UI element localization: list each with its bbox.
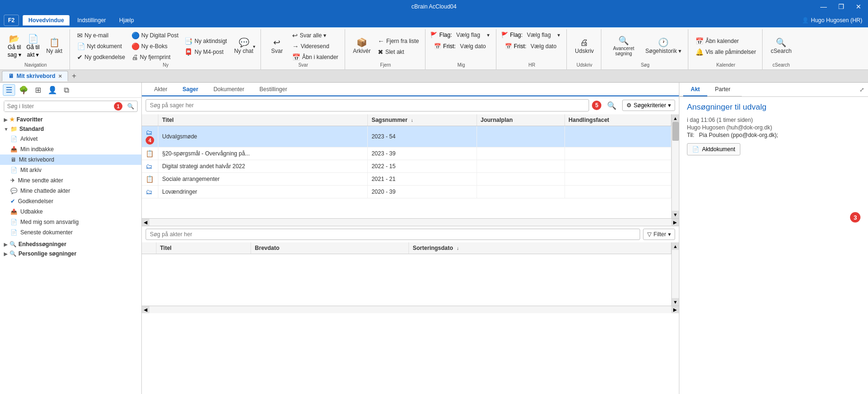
akter-h-scroll-track[interactable] — [149, 306, 671, 313]
nyt-dokument-button[interactable]: 📄 Nyt dokument — [75, 41, 128, 51]
sidebar-item-personlige-soegninger[interactable]: ▶ 🔍 Personlige søgninger — [0, 249, 141, 258]
tab-akter[interactable]: Akter — [147, 83, 175, 96]
akter-scroll-down[interactable]: ▼ — [672, 298, 679, 306]
sidebar-item-seneste-dokumenter[interactable]: 📄 Seneste dokumenter — [0, 227, 141, 238]
sidebar-item-mit-skrivebord[interactable]: 🖥 Mit skrivebord — [0, 154, 141, 165]
sager-h-scroll-right[interactable]: ▶ — [671, 219, 679, 226]
sager-scroll-thumb[interactable] — [672, 122, 679, 141]
akter-scroll-up[interactable]: ▲ — [672, 242, 679, 250]
tab-bestillinger[interactable]: Bestillinger — [252, 83, 295, 96]
sidebar-item-med-mig-som-ansvarlig[interactable]: 📄 Med mig som ansvarlig — [0, 217, 141, 227]
hr-vaelg-flag-button[interactable]: Vælg flag — [524, 30, 553, 40]
sager-col-journalplan[interactable]: Journalplan — [477, 114, 564, 126]
svar-button[interactable]: ↩ Svar — [266, 35, 288, 57]
sidebar-view-tree-btn[interactable]: 🌳 — [16, 84, 31, 96]
akter-col-titel[interactable]: Titel — [156, 242, 251, 254]
akter-scroll-track[interactable] — [672, 250, 679, 298]
sidebar-item-udbakke[interactable]: 📤 Udbakke — [0, 206, 141, 217]
ny-chat-button[interactable]: 💬 Ny chat ▾ — [231, 35, 257, 57]
akter-h-scroll-left[interactable]: ◀ — [142, 306, 149, 313]
sidebar-view-person-btn[interactable]: 👤 — [45, 84, 60, 96]
sager-h-scroll-left[interactable]: ◀ — [142, 219, 149, 226]
tab-dokumenter[interactable]: Dokumenter — [206, 83, 252, 96]
akter-col-brevdato[interactable]: Brevdato — [251, 242, 409, 254]
ny-godkendelse-button[interactable]: ✔ Ny godkendelse — [75, 52, 128, 62]
sidebar-item-min-indbakke[interactable]: 📥 Min indbakke — [0, 144, 141, 154]
akter-col-sorteringsdato[interactable]: Sorteringsdato ↓ — [409, 242, 671, 254]
sidebar-search-input[interactable] — [4, 101, 112, 111]
right-tab-akt[interactable]: Akt — [683, 83, 707, 96]
add-workspace-tab-button[interactable]: + — [69, 71, 79, 81]
workspace-tab-close[interactable]: ✕ — [58, 74, 62, 79]
sager-table-row[interactable]: 📋 Sociale arrangementer 2021 - 21 — [142, 173, 671, 186]
ny-m4-post-button[interactable]: 📮 Ny M4-post — [182, 47, 229, 57]
mig-vaelg-dato-button[interactable]: Vælg dato — [458, 42, 488, 51]
close-btn[interactable]: ✕ — [853, 2, 864, 11]
hr-flag-dropdown[interactable]: ▾ — [555, 31, 563, 40]
menu-tab-indstillinger[interactable]: Indstillinger — [71, 15, 112, 26]
tab-sager[interactable]: Sager — [175, 83, 206, 96]
sager-col-handlingsfacet[interactable]: Handlingsfacet — [564, 114, 671, 126]
sager-h-scroll-track[interactable] — [149, 219, 671, 226]
vis-alle-pamindelser-button[interactable]: 🔔 Vis alle påmindelser — [693, 47, 758, 57]
sogekriterier-button[interactable]: ⚙ Søgekriterier ▾ — [622, 100, 675, 111]
workspace-tab-mit-skrivebord[interactable]: 🖥 Mit skrivebord ✕ — [2, 71, 68, 81]
svar-alle-button[interactable]: ↩ Svar alle ▾ — [290, 30, 341, 41]
restore-btn[interactable]: ❐ — [835, 2, 847, 11]
ny-eboks-button[interactable]: 🔴 Ny e-Boks — [129, 41, 181, 51]
sager-search-button[interactable]: 🔍 — [604, 100, 619, 111]
sager-table-row[interactable]: 📋 §20-spørgsmål - Overvågning på... 2023… — [142, 147, 671, 160]
sidebar-item-standard[interactable]: ▼ 📁 Standard — [0, 124, 141, 134]
sager-col-sagsnummer[interactable]: Sagsnummer ↓ — [367, 114, 477, 126]
sager-table-row[interactable]: 🗂 Digital strategi andet halvår 2022 202… — [142, 160, 671, 173]
hr-vaelg-dato-button[interactable]: Vælg dato — [528, 42, 559, 51]
sager-scroll-down[interactable]: ▼ — [672, 211, 679, 218]
csearch-button[interactable]: 🔍 cSearch — [767, 35, 795, 57]
ny-digital-post-button[interactable]: 🔵 Ny Digital Post — [129, 30, 181, 41]
sogehistorik-button[interactable]: 🕐 Søgehistorik ▾ — [642, 36, 684, 56]
sidebar-view-copy-btn[interactable]: ⧉ — [61, 85, 72, 96]
sidebar-item-arkivet[interactable]: 📄 Arkivet — [0, 134, 141, 144]
sidebar-search-button[interactable]: 🔍 — [124, 102, 137, 111]
sager-scroll-track[interactable] — [672, 122, 679, 211]
sager-search-input[interactable] — [146, 99, 589, 111]
sidebar-view-card-btn[interactable]: ⊞ — [32, 84, 44, 96]
sager-scrollbar[interactable]: ▲ ▼ — [671, 114, 679, 218]
udskriv-button[interactable]: 🖨 Udskriv — [572, 35, 597, 57]
sidebar-item-mine-sendte-akter[interactable]: ✈ Mine sendte akter — [0, 175, 141, 186]
sidebar-item-favoritter[interactable]: ▶ ★ Favoritter — [0, 115, 141, 124]
mig-flag-dropdown[interactable]: ▾ — [485, 31, 492, 40]
akter-scrollbar[interactable]: ▲ ▼ — [671, 242, 679, 306]
menu-tab-hjaelp[interactable]: Hjælp — [113, 15, 139, 26]
sidebar-item-godkendelser[interactable]: ✔ Godkendelser — [0, 196, 141, 206]
f2-button[interactable]: F2 — [4, 15, 19, 26]
slet-akt-button[interactable]: ✖ Slet akt — [375, 47, 421, 57]
sager-scroll-up[interactable]: ▲ — [672, 114, 679, 122]
sidebar-item-mine-chattede-akter[interactable]: 💬 Mine chattede akter — [0, 186, 141, 196]
sager-table-row[interactable]: 🗂 Lovændringer 2020 - 39 — [142, 186, 671, 198]
minimize-btn[interactable]: — — [817, 2, 830, 11]
menu-tab-hoofdvendue[interactable]: Hovedvindue — [23, 15, 69, 26]
mig-vaelg-flag-button[interactable]: Vælg flag — [454, 30, 483, 40]
goto-akt-button[interactable]: 📄 Gå til akt ▾ — [25, 33, 42, 60]
ny-aktindsigt-button[interactable]: 📑 Ny aktindsigt — [182, 36, 229, 46]
akter-h-scroll-right[interactable]: ▶ — [671, 306, 679, 313]
sidebar-view-list-btn[interactable]: ☰ — [3, 84, 15, 96]
akter-search-input[interactable] — [146, 229, 640, 240]
filter-button[interactable]: ▽ Filter ▾ — [643, 229, 675, 240]
sidebar-item-enhedssoegninger[interactable]: ▶ 🔍 Enhedssøgninger — [0, 240, 141, 249]
right-panel-expand-icon[interactable]: ⤢ — [856, 85, 868, 95]
ny-email-button[interactable]: ✉ Ny e-mail — [75, 30, 128, 41]
abn-kalender-button[interactable]: 📅 Åbn kalender — [693, 36, 758, 46]
goto-sag-button[interactable]: 📂 Gå til sag ▾ — [6, 33, 23, 60]
ny-fjernprint-button[interactable]: 🖨 Ny fjernprint — [129, 52, 181, 62]
avanceret-sogning-button[interactable]: 🔍 Avanceret søgning — [606, 34, 641, 59]
aktdokument-button[interactable]: 📄 Aktdokument — [687, 143, 740, 155]
right-tab-parter[interactable]: Parter — [707, 83, 738, 96]
abn-i-kalender-button[interactable]: 📅 Åbn i kalender — [290, 52, 341, 62]
ny-akt-button[interactable]: 📋 Ny akt — [43, 35, 66, 57]
videresend-button[interactable]: → Videresend — [290, 41, 341, 51]
sidebar-item-mit-arkiv[interactable]: 📄 Mit arkiv — [0, 165, 141, 175]
sager-col-titel[interactable]: Titel — [158, 114, 368, 126]
sager-table-row[interactable]: 🗂 4 Udvalgsmøde 2023 - 54 — [142, 126, 671, 147]
